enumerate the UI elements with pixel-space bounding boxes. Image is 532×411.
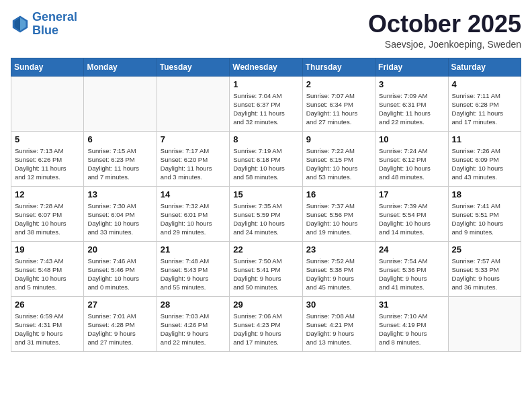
day-info: Sunrise: 7:10 AM Sunset: 4:19 PM Dayligh… (379, 312, 444, 347)
day-number: 25 (452, 244, 517, 255)
day-number: 17 (379, 189, 444, 199)
calendar-cell: 28Sunrise: 7:03 AM Sunset: 4:26 PM Dayli… (157, 296, 229, 351)
day-info: Sunrise: 7:01 AM Sunset: 4:28 PM Dayligh… (87, 312, 152, 347)
day-info: Sunrise: 7:24 AM Sunset: 6:12 PM Dayligh… (379, 146, 444, 182)
calendar-cell: 25Sunrise: 7:57 AM Sunset: 5:33 PM Dayli… (448, 241, 521, 296)
calendar-cell: 6Sunrise: 7:15 AM Sunset: 6:23 PM Daylig… (84, 131, 157, 186)
calendar-cell: 8Sunrise: 7:19 AM Sunset: 6:18 PM Daylig… (230, 131, 302, 186)
weekday-header-tuesday: Tuesday (157, 58, 229, 76)
day-info: Sunrise: 7:04 AM Sunset: 6:37 PM Dayligh… (233, 91, 298, 127)
calendar-cell: 23Sunrise: 7:52 AM Sunset: 5:38 PM Dayli… (302, 241, 375, 296)
calendar-cell: 31Sunrise: 7:10 AM Sunset: 4:19 PM Dayli… (375, 296, 448, 351)
day-number: 19 (15, 244, 80, 255)
day-number: 7 (161, 134, 226, 144)
week-row-5: 26Sunrise: 6:59 AM Sunset: 4:31 PM Dayli… (11, 296, 521, 351)
calendar: SundayMondayTuesdayWednesdayThursdayFrid… (11, 58, 521, 352)
day-info: Sunrise: 7:52 AM Sunset: 5:38 PM Dayligh… (306, 257, 371, 292)
page-header: General Blue October 2025 Saevsjoe, Joen… (11, 11, 521, 50)
week-row-1: 1Sunrise: 7:04 AM Sunset: 6:37 PM Daylig… (11, 76, 521, 131)
day-number: 5 (15, 134, 80, 144)
calendar-cell: 7Sunrise: 7:17 AM Sunset: 6:20 PM Daylig… (157, 131, 229, 186)
calendar-cell: 24Sunrise: 7:54 AM Sunset: 5:36 PM Dayli… (375, 241, 448, 296)
logo-icon (11, 15, 30, 34)
location: Saevsjoe, Joenkoeping, Sweden (368, 39, 521, 50)
calendar-cell: 18Sunrise: 7:41 AM Sunset: 5:51 PM Dayli… (448, 186, 521, 241)
day-info: Sunrise: 7:17 AM Sunset: 6:20 PM Dayligh… (161, 146, 226, 182)
calendar-cell (84, 76, 157, 131)
day-number: 24 (379, 244, 444, 255)
day-number: 16 (306, 189, 371, 199)
calendar-cell (157, 76, 229, 131)
day-info: Sunrise: 7:07 AM Sunset: 6:34 PM Dayligh… (306, 91, 371, 127)
day-number: 11 (452, 134, 517, 144)
day-info: Sunrise: 7:09 AM Sunset: 6:31 PM Dayligh… (379, 91, 444, 127)
calendar-cell: 13Sunrise: 7:30 AM Sunset: 6:04 PM Dayli… (84, 186, 157, 241)
day-info: Sunrise: 7:32 AM Sunset: 6:01 PM Dayligh… (161, 201, 226, 237)
month-title: October 2025 (368, 11, 521, 38)
day-info: Sunrise: 7:06 AM Sunset: 4:23 PM Dayligh… (233, 312, 298, 347)
calendar-cell: 5Sunrise: 7:13 AM Sunset: 6:26 PM Daylig… (11, 131, 84, 186)
title-block: October 2025 Saevsjoe, Joenkoeping, Swed… (368, 11, 521, 50)
calendar-cell: 21Sunrise: 7:48 AM Sunset: 5:43 PM Dayli… (157, 241, 229, 296)
day-info: Sunrise: 7:37 AM Sunset: 5:56 PM Dayligh… (306, 201, 371, 237)
day-info: Sunrise: 7:11 AM Sunset: 6:28 PM Dayligh… (452, 91, 517, 127)
day-info: Sunrise: 7:03 AM Sunset: 4:26 PM Dayligh… (161, 312, 226, 347)
week-row-4: 19Sunrise: 7:43 AM Sunset: 5:48 PM Dayli… (11, 241, 521, 296)
weekday-header-row: SundayMondayTuesdayWednesdayThursdayFrid… (11, 58, 521, 76)
day-number: 30 (306, 300, 371, 310)
day-number: 12 (15, 189, 80, 199)
day-number: 13 (87, 189, 152, 199)
day-info: Sunrise: 7:54 AM Sunset: 5:36 PM Dayligh… (379, 257, 444, 292)
weekday-header-monday: Monday (84, 58, 157, 76)
day-number: 15 (233, 189, 298, 199)
weekday-header-friday: Friday (375, 58, 448, 76)
calendar-cell: 11Sunrise: 7:26 AM Sunset: 6:09 PM Dayli… (448, 131, 521, 186)
day-info: Sunrise: 7:35 AM Sunset: 5:59 PM Dayligh… (233, 201, 298, 237)
day-number: 4 (452, 79, 517, 89)
calendar-cell: 29Sunrise: 7:06 AM Sunset: 4:23 PM Dayli… (230, 296, 302, 351)
logo: General Blue (11, 11, 77, 38)
day-number: 1 (233, 79, 298, 89)
day-number: 20 (87, 244, 152, 255)
week-row-3: 12Sunrise: 7:28 AM Sunset: 6:07 PM Dayli… (11, 186, 521, 241)
day-info: Sunrise: 7:15 AM Sunset: 6:23 PM Dayligh… (87, 146, 152, 182)
logo-text: General Blue (32, 11, 77, 38)
calendar-cell: 26Sunrise: 6:59 AM Sunset: 4:31 PM Dayli… (11, 296, 84, 351)
day-info: Sunrise: 7:41 AM Sunset: 5:51 PM Dayligh… (452, 201, 517, 237)
day-number: 2 (306, 79, 371, 89)
weekday-header-thursday: Thursday (302, 58, 375, 76)
calendar-cell: 2Sunrise: 7:07 AM Sunset: 6:34 PM Daylig… (302, 76, 375, 131)
weekday-header-sunday: Sunday (11, 58, 84, 76)
day-info: Sunrise: 7:39 AM Sunset: 5:54 PM Dayligh… (379, 201, 444, 237)
day-info: Sunrise: 7:22 AM Sunset: 6:15 PM Dayligh… (306, 146, 371, 182)
calendar-cell: 20Sunrise: 7:46 AM Sunset: 5:46 PM Dayli… (84, 241, 157, 296)
day-info: Sunrise: 7:08 AM Sunset: 4:21 PM Dayligh… (306, 312, 371, 347)
calendar-cell: 30Sunrise: 7:08 AM Sunset: 4:21 PM Dayli… (302, 296, 375, 351)
day-info: Sunrise: 7:26 AM Sunset: 6:09 PM Dayligh… (452, 146, 517, 182)
calendar-cell: 15Sunrise: 7:35 AM Sunset: 5:59 PM Dayli… (230, 186, 302, 241)
calendar-cell: 17Sunrise: 7:39 AM Sunset: 5:54 PM Dayli… (375, 186, 448, 241)
calendar-cell (11, 76, 84, 131)
calendar-cell: 4Sunrise: 7:11 AM Sunset: 6:28 PM Daylig… (448, 76, 521, 131)
day-number: 21 (161, 244, 226, 255)
day-info: Sunrise: 7:46 AM Sunset: 5:46 PM Dayligh… (87, 257, 152, 292)
day-number: 8 (233, 134, 298, 144)
day-number: 31 (379, 300, 444, 310)
week-row-2: 5Sunrise: 7:13 AM Sunset: 6:26 PM Daylig… (11, 131, 521, 186)
day-info: Sunrise: 7:57 AM Sunset: 5:33 PM Dayligh… (452, 257, 517, 292)
day-info: Sunrise: 6:59 AM Sunset: 4:31 PM Dayligh… (15, 312, 80, 347)
calendar-cell: 19Sunrise: 7:43 AM Sunset: 5:48 PM Dayli… (11, 241, 84, 296)
day-number: 29 (233, 300, 298, 310)
calendar-cell (448, 296, 521, 351)
calendar-cell: 14Sunrise: 7:32 AM Sunset: 6:01 PM Dayli… (157, 186, 229, 241)
day-number: 26 (15, 300, 80, 310)
calendar-cell: 1Sunrise: 7:04 AM Sunset: 6:37 PM Daylig… (230, 76, 302, 131)
day-number: 9 (306, 134, 371, 144)
day-number: 28 (161, 300, 226, 310)
calendar-cell: 10Sunrise: 7:24 AM Sunset: 6:12 PM Dayli… (375, 131, 448, 186)
day-number: 6 (87, 134, 152, 144)
calendar-cell: 9Sunrise: 7:22 AM Sunset: 6:15 PM Daylig… (302, 131, 375, 186)
day-info: Sunrise: 7:43 AM Sunset: 5:48 PM Dayligh… (15, 257, 80, 292)
day-info: Sunrise: 7:50 AM Sunset: 5:41 PM Dayligh… (233, 257, 298, 292)
day-number: 18 (452, 189, 517, 199)
